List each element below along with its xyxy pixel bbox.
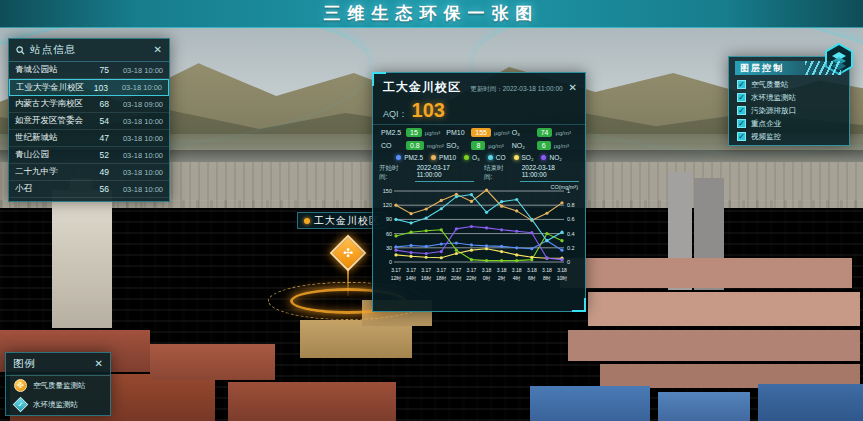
- end-time-label: 结束时间:: [484, 164, 510, 182]
- pollutant-item: PM2.515µg/m³: [381, 128, 446, 137]
- legend-chip-PM10[interactable]: PM10: [431, 154, 456, 161]
- station-row[interactable]: 青城公园站7503-18 10:00: [9, 62, 169, 79]
- pollutant-label: NO₂: [512, 142, 534, 149]
- station-aqi: 103: [86, 83, 108, 93]
- layer-panel-titlebar: 图层控制: [735, 61, 843, 75]
- legend-chip-SO₂[interactable]: SO₂: [514, 154, 534, 161]
- station-row[interactable]: 世纪新城站4703-18 10:00: [9, 130, 169, 147]
- layer-item[interactable]: ✓水环境监测站: [729, 91, 849, 104]
- close-icon[interactable]: ✕: [95, 359, 103, 369]
- layer-panel-title: 图层控制: [740, 62, 784, 75]
- station-name: 小召: [15, 183, 87, 195]
- pollutant-value-badge: 15: [406, 128, 422, 137]
- station-time: 03-18 10:00: [115, 168, 163, 177]
- station-row[interactable]: 小召5603-18 10:00: [9, 181, 169, 198]
- pollutant-grid: PM2.515µg/m³PM10155µg/m³O₃74µg/m³CO0.8mg…: [373, 125, 585, 151]
- svg-text:3.17: 3.17: [451, 267, 461, 273]
- pollutant-item: NO₂6µg/m³: [512, 141, 577, 150]
- svg-text:6时: 6时: [528, 275, 536, 281]
- layer-checkbox[interactable]: ✓: [737, 80, 746, 89]
- svg-text:3.18: 3.18: [497, 267, 507, 273]
- legend-items: ✣空气质量监测站✓水环境监测站: [6, 376, 110, 414]
- close-icon[interactable]: ✕: [154, 45, 162, 55]
- pollutant-label: O₃: [512, 129, 534, 136]
- layer-label: 视频监控: [751, 132, 781, 142]
- series-name: O₃: [472, 154, 480, 161]
- station-detail-popup: 工大金川校区 更新时间：2022-03-18 11:00:00 ✕ AQI： 1…: [372, 72, 586, 312]
- legend-chip-CO[interactable]: CO: [488, 154, 506, 161]
- station-dot-icon: [304, 218, 310, 224]
- series-color-dot: [396, 155, 401, 160]
- layer-checkbox[interactable]: ✓: [737, 132, 746, 141]
- layer-checkbox[interactable]: ✓: [737, 106, 746, 115]
- svg-text:0.2: 0.2: [567, 245, 575, 251]
- station-list-panel: 站点信息 ✕ 青城公园站7503-18 10:00工业大学金川校区10303-1…: [8, 38, 170, 202]
- chart-legend: PM2.5PM10O₃COSO₂NO₂: [373, 151, 585, 162]
- map-viewport[interactable]: 三维生态环保一张图 工大金川校区 ✣ 站点信息 ✕ 青城公园站7503-18 1…: [0, 0, 863, 421]
- station-time: 03-18 10:00: [115, 66, 163, 75]
- legend-chip-PM2.5[interactable]: PM2.5: [396, 154, 423, 161]
- legend-chip-O₃[interactable]: O₃: [464, 154, 480, 161]
- station-name: 青山公园: [15, 149, 87, 161]
- station-name: 如意开发区管委会: [15, 115, 87, 127]
- svg-text:3.18: 3.18: [542, 267, 552, 273]
- layer-item[interactable]: ✓污染源排放口: [729, 104, 849, 117]
- station-aqi: 54: [87, 116, 109, 126]
- pollutant-value-badge: 0.8: [406, 141, 424, 150]
- pollutant-value-badge: 6: [537, 141, 551, 150]
- pollutant-item: CO0.8mg/m³: [381, 141, 446, 150]
- series-name: PM2.5: [404, 154, 423, 161]
- pollutant-unit: µg/m³: [425, 130, 440, 136]
- layer-item[interactable]: ✓空气质量站: [729, 78, 849, 91]
- layer-item[interactable]: ✓视频监控: [729, 130, 849, 143]
- pollutant-value-badge: 155: [471, 128, 491, 137]
- station-row[interactable]: 青山公园5203-18 10:00: [9, 147, 169, 164]
- station-name: 世纪新城站: [15, 132, 87, 144]
- station-row[interactable]: 内蒙古大学南校区6803-18 09:00: [9, 96, 169, 113]
- station-aqi: 49: [87, 167, 109, 177]
- series-color-dot: [514, 155, 519, 160]
- station-time: 03-18 10:00: [114, 83, 162, 92]
- station-row[interactable]: 二十九中学4903-18 10:00: [9, 164, 169, 181]
- svg-text:18时: 18时: [436, 275, 447, 281]
- station-panel-header: 站点信息 ✕: [9, 39, 169, 62]
- legend-chip-NO₂[interactable]: NO₂: [541, 154, 561, 161]
- layer-checkbox[interactable]: ✓: [737, 93, 746, 102]
- pollutant-item: O₃74µg/m³: [512, 128, 577, 137]
- svg-text:0.8: 0.8: [567, 202, 575, 208]
- pollutant-label: PM2.5: [381, 129, 403, 136]
- station-row[interactable]: 如意开发区管委会5403-18 10:00: [9, 113, 169, 130]
- station-panel-title: 站点信息: [30, 43, 149, 57]
- layer-checkbox[interactable]: ✓: [737, 119, 746, 128]
- series-color-dot: [488, 155, 493, 160]
- pollutant-label: PM10: [446, 129, 468, 136]
- layer-item[interactable]: ✓重点企业: [729, 117, 849, 130]
- svg-text:14时: 14时: [406, 275, 417, 281]
- svg-text:3.18: 3.18: [557, 267, 567, 273]
- building-block: [228, 382, 396, 421]
- series-name: PM10: [439, 154, 456, 161]
- svg-text:12时: 12时: [391, 275, 402, 281]
- svg-text:0: 0: [567, 259, 570, 265]
- end-time-input[interactable]: 2022-03-18 11:00:00: [520, 164, 579, 182]
- series-color-dot: [464, 155, 469, 160]
- building-block: [560, 258, 852, 288]
- pollutant-unit: µg/m³: [555, 130, 570, 136]
- air-quality-station-icon: ✣: [14, 379, 27, 392]
- svg-text:0: 0: [389, 259, 392, 265]
- legend-panel-title: 图例: [13, 357, 90, 371]
- series-name: SO₂: [522, 154, 534, 161]
- legend-item: ✣空气质量监测站: [6, 376, 110, 395]
- svg-text:3.17: 3.17: [421, 267, 431, 273]
- station-row[interactable]: 工业大学金川校区10303-18 10:00: [9, 79, 169, 96]
- svg-text:20时: 20时: [451, 275, 462, 281]
- legend-panel-header: 图例 ✕: [6, 353, 110, 376]
- close-icon[interactable]: ✕: [569, 83, 577, 93]
- start-time-input[interactable]: 2022-03-17 11:00:00: [415, 164, 474, 182]
- svg-text:8时: 8时: [543, 275, 551, 281]
- station-time: 03-18 10:00: [115, 151, 163, 160]
- aqi-trend-chart: 030609012015000.20.40.60.81CO(mg/m³)3.17…: [379, 184, 579, 288]
- station-time: 03-18 10:00: [115, 117, 163, 126]
- legend-item-label: 空气质量监测站: [33, 381, 86, 391]
- svg-text:10时: 10时: [557, 275, 568, 281]
